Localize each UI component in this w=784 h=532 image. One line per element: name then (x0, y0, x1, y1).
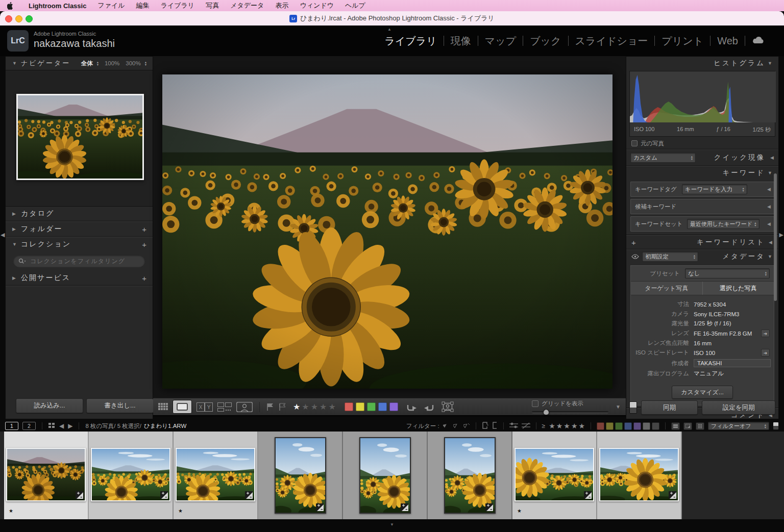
star-icon[interactable]: ★ (549, 422, 555, 429)
grid-overlay-checkbox[interactable] (532, 400, 538, 407)
keywording-header[interactable]: キーワード ▼ (626, 166, 778, 180)
star-icon[interactable]: ★ (293, 403, 300, 411)
color-label-swatch-0[interactable] (345, 402, 353, 411)
goto-arrow-icon[interactable]: ➜ (761, 330, 770, 337)
star-icon[interactable]: ★ (328, 403, 335, 411)
menu-item-view[interactable]: 表示 (270, 1, 294, 10)
cloud-sync-icon[interactable] (745, 35, 771, 47)
selected-photos-button[interactable]: 選択した写真 (703, 282, 774, 295)
navigator-thumbnail[interactable] (16, 94, 144, 180)
menu-item-window[interactable]: ウィンドウ (294, 1, 339, 10)
collection-filter[interactable] (13, 255, 145, 268)
filter-color-swatch-4[interactable] (633, 422, 641, 430)
loupe-view-icon[interactable] (173, 400, 192, 414)
photo-thumbnail-4[interactable] (275, 437, 326, 514)
adjustment-badge-icon[interactable] (245, 491, 253, 499)
star-icon[interactable]: ★ (302, 403, 309, 411)
photo-thumbnail-5[interactable] (359, 437, 411, 514)
metadata-view-dropdown[interactable]: 初期設定▴▾ (642, 251, 698, 262)
navigator-zoom-300[interactable]: 300%▴▾ (126, 60, 146, 66)
collections-section[interactable]: ▼ コレクション + (6, 237, 153, 251)
metadata-header[interactable]: 初期設定▴▾ メタデータ ▼ (626, 250, 778, 263)
filter-toggle[interactable] (773, 422, 779, 430)
color-label-swatch-1[interactable] (356, 402, 364, 411)
publish-services-section[interactable]: ▶ 公開サービス + (6, 271, 153, 285)
menu-item-app[interactable]: Lightroom Classic (23, 2, 92, 10)
menu-item-photo[interactable]: 写真 (200, 1, 225, 10)
keyword-entry-dropdown[interactable]: キーワードを入力▴▾ (682, 184, 747, 194)
import-button[interactable]: 読み込み... (16, 398, 83, 413)
photo-thumbnail-6[interactable] (444, 437, 496, 514)
filter-edited-icon[interactable] (509, 422, 518, 430)
filmstrip-cell-6[interactable] (428, 432, 512, 519)
filter-color-swatch-2[interactable] (615, 422, 623, 430)
adjustment-badge-icon[interactable] (669, 491, 676, 499)
add-keyword-button[interactable]: + (631, 238, 636, 247)
filter-master-copy-icon[interactable] (482, 422, 488, 430)
primary-display-button[interactable]: 1 (5, 422, 18, 430)
secondary-display-button[interactable]: 2 (22, 422, 36, 430)
filter-rating-stars[interactable]: ★★★★★ (549, 422, 585, 429)
module-develop[interactable]: 現像 (444, 34, 478, 48)
filmstrip-cell-4[interactable] (258, 432, 343, 519)
thumbnail-size-slider[interactable] (532, 409, 608, 414)
filter-color-swatches[interactable] (597, 422, 659, 430)
color-label-swatch-2[interactable] (367, 402, 376, 411)
saved-preset-dropdown[interactable]: カスタム▴▾ (630, 153, 696, 163)
top-panel-collapse-icon[interactable]: ▲ (387, 27, 391, 32)
star-icon[interactable]: ★ (320, 403, 327, 411)
filter-flag-unflagged-icon[interactable] (453, 422, 460, 430)
flag-reject-icon[interactable] (279, 403, 286, 411)
target-photo-button[interactable]: ターゲット写真 (631, 282, 703, 295)
panel-scrollbar[interactable] (774, 173, 777, 301)
star-icon[interactable]: ★ (571, 422, 578, 429)
export-button[interactable]: 書き出し... (86, 398, 154, 413)
navigator-zoom-100[interactable]: 100% (105, 60, 119, 66)
histogram-panel[interactable]: ISO 100 16 mm ƒ / 16 1/25 秒 (629, 71, 775, 137)
eye-icon[interactable] (631, 254, 639, 259)
module-slideshow[interactable]: スライドショー (569, 34, 655, 48)
rotate-right-icon[interactable] (423, 402, 435, 412)
filter-color-swatch-6[interactable] (652, 422, 659, 430)
metadata-preset-dropdown[interactable]: なし▴▾ (685, 268, 770, 278)
collection-filter-input[interactable] (29, 257, 133, 265)
add-folder-button[interactable]: + (142, 225, 146, 234)
histogram-header[interactable]: ヒストグラム ▼ (626, 57, 778, 70)
color-label-swatches[interactable] (345, 402, 398, 411)
toolbar-options-icon[interactable]: ▼ (616, 404, 621, 410)
adjustment-badge-icon[interactable] (584, 491, 592, 499)
people-view-icon[interactable] (236, 402, 253, 412)
adjustment-badge-icon[interactable] (76, 491, 83, 499)
right-panel-collapse-icon[interactable]: ▶ (779, 232, 783, 238)
back-arrow-icon[interactable]: ◀ (59, 422, 64, 429)
catalog-section[interactable]: ▶ カタログ (6, 207, 153, 221)
filter-color-swatch-0[interactable] (597, 422, 604, 430)
flag-pick-icon[interactable] (266, 403, 274, 411)
color-label-swatch-4[interactable] (389, 402, 398, 411)
filter-color-swatch-1[interactable] (606, 422, 614, 430)
adjustment-badge-icon[interactable] (485, 503, 493, 511)
sync-settings-button[interactable]: 設定を同期 (702, 400, 775, 415)
sync-button[interactable]: 同期 (641, 400, 698, 415)
autosync-toggle[interactable] (629, 401, 637, 414)
filter-view-badge-icon[interactable] (683, 422, 692, 430)
star-icon[interactable]: ★ (311, 403, 318, 411)
menu-item-help[interactable]: ヘルプ (339, 1, 371, 10)
navigator-header[interactable]: ▼ ナビゲーター 全体▴▾ 100% 300%▴▾ (6, 57, 153, 70)
photo-thumbnail-3[interactable] (176, 448, 255, 501)
folders-section[interactable]: ▶ フォルダー + (6, 222, 153, 236)
filter-color-swatch-3[interactable] (624, 422, 632, 430)
goto-arrow-icon[interactable]: ➜ (761, 349, 770, 357)
bottom-panel-collapse-icon[interactable]: ▼ (390, 522, 394, 527)
filter-virtual-copy-icon[interactable] (492, 422, 498, 430)
module-book[interactable]: ブック (523, 34, 568, 48)
filmstrip-cell-3[interactable]: ★ (174, 432, 258, 519)
navigator-zoom-fit[interactable]: 全体▴▾ (81, 60, 99, 67)
filter-color-swatch-5[interactable] (643, 422, 650, 430)
filmstrip-cell-7[interactable]: ★ (512, 432, 597, 519)
navigator-preview[interactable] (6, 70, 153, 207)
add-publish-service-button[interactable]: + (142, 274, 146, 283)
filmstrip-cell-8[interactable] (597, 432, 682, 519)
rating-operator[interactable]: ≥ (542, 422, 546, 429)
photo-thumbnail-1[interactable] (6, 448, 86, 501)
